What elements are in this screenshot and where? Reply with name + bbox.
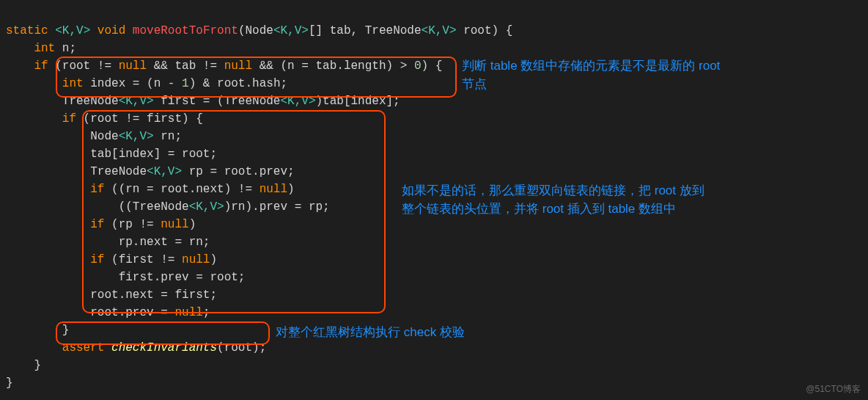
- line-16: root.next = first;: [6, 288, 217, 302]
- line-3: if (root != null && tab != null && (n = …: [6, 59, 442, 73]
- annotation-1: 判断 table 数组中存储的元素是不是最新的 root 节点: [462, 57, 720, 93]
- line-19: assert checkInvariants(root);: [6, 341, 266, 354]
- line-18: }: [6, 324, 69, 337]
- line-8: tab[index] = root;: [6, 148, 217, 161]
- line-21: }: [6, 377, 13, 390]
- annotation-2: 如果不是的话，那么重塑双向链表的链接，把 root 放到 整个链表的头位置，并将…: [402, 182, 705, 218]
- line-17: root.prev = null;: [6, 306, 210, 319]
- annotation-3: 对整个红黑树结构执行 check 校验: [276, 324, 465, 342]
- line-5: TreeNode<K,V> first = (TreeNode<K,V>)tab…: [6, 95, 400, 108]
- line-2: int n;: [6, 42, 76, 55]
- line-7: Node<K,V> rn;: [6, 130, 182, 143]
- line-14: if (first != null): [6, 253, 217, 266]
- watermark: @51CTO博客: [806, 382, 861, 396]
- line-6: if (root != first) {: [6, 112, 203, 126]
- line-20: }: [6, 359, 41, 372]
- line-10: if ((rn = root.next) != null): [6, 183, 295, 196]
- line-12: if (rp != null): [6, 218, 196, 231]
- line-13: rp.next = rn;: [6, 236, 210, 249]
- line-11: ((TreeNode<K,V>)rn).prev = rp;: [6, 200, 330, 214]
- line-1: static <K,V> void moveRootToFront(Node<K…: [6, 24, 512, 37]
- line-9: TreeNode<K,V> rp = root.prev;: [6, 165, 295, 178]
- line-4: int index = (n - 1) & root.hash;: [6, 77, 287, 90]
- line-15: first.prev = root;: [6, 271, 245, 284]
